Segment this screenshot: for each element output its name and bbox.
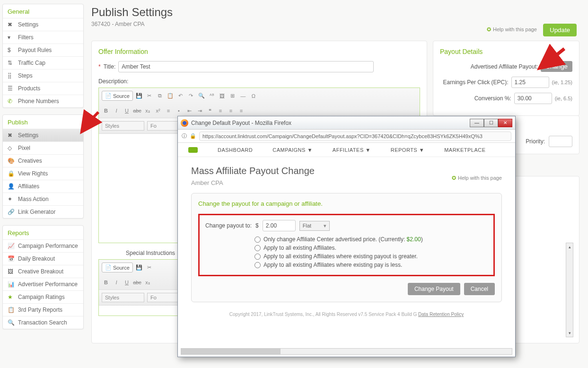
- sidebar-item-view-rights[interactable]: 🔒View Rights: [3, 167, 83, 180]
- sidebar-item-campaign-ratings[interactable]: ★Campaign Ratings: [3, 290, 83, 303]
- payout-type-select[interactable]: Flat: [299, 221, 330, 231]
- strike-icon[interactable]: abc: [133, 278, 141, 287]
- sub-icon[interactable]: x₂: [143, 278, 152, 287]
- sidebar-item-campaign-performance[interactable]: 📈Campaign Performance: [3, 239, 83, 252]
- update-button[interactable]: Update: [543, 24, 577, 36]
- underline-icon[interactable]: U: [123, 278, 131, 287]
- italic-icon[interactable]: I: [112, 278, 121, 287]
- sidebar-item-creative-breakout[interactable]: 🖼Creative Breakout: [3, 265, 83, 278]
- image-icon[interactable]: 🖼: [218, 92, 227, 100]
- omega-icon[interactable]: Ω: [249, 92, 258, 100]
- align-right-icon[interactable]: ≡: [237, 106, 246, 115]
- nav-campaigns[interactable]: CAMPAIGNS ▼: [272, 147, 313, 153]
- sidebar-item-advertiser-performance[interactable]: 📊Advertiser Performance: [3, 278, 83, 290]
- sidebar-item-label: Payout Rules: [18, 47, 52, 53]
- maximize-button[interactable]: ☐: [484, 119, 498, 127]
- help-link[interactable]: Help with this page: [487, 26, 537, 33]
- quote-icon[interactable]: ❝: [206, 106, 214, 115]
- report-icon: 📋: [8, 307, 14, 313]
- conversion-input[interactable]: [514, 93, 552, 104]
- minimize-button[interactable]: —: [470, 119, 484, 127]
- indent-icon[interactable]: ⇥: [195, 106, 204, 115]
- list-ol-icon[interactable]: ≡: [164, 106, 173, 115]
- undo-icon[interactable]: ↶: [176, 92, 185, 100]
- scrollbar-horizontal[interactable]: [181, 348, 512, 355]
- sidebar-item-mass-action[interactable]: ✦Mass Action: [3, 193, 83, 205]
- epc-input[interactable]: [511, 77, 549, 88]
- sidebar-item-traffic-cap[interactable]: ⇅Traffic Cap: [3, 56, 83, 69]
- styles-dropdown[interactable]: Styles: [102, 121, 144, 131]
- radio-apply-less[interactable]: [255, 262, 261, 268]
- sidebar-group-general: General ✖Settings ▾Filters $Payout Rules…: [2, 4, 84, 108]
- cut-icon[interactable]: ✂: [145, 92, 154, 100]
- bold-icon[interactable]: B: [102, 278, 110, 287]
- spellcheck-icon[interactable]: ᴬᴮ: [208, 92, 216, 100]
- products-icon: ☰: [8, 85, 14, 92]
- money-icon: $: [8, 47, 14, 53]
- align-left-icon[interactable]: ≡: [216, 106, 225, 115]
- radio-apply-all[interactable]: [255, 245, 261, 251]
- bold-icon[interactable]: B: [102, 106, 110, 115]
- sidebar-item-label: Phone Numbers: [18, 98, 59, 105]
- hr-icon[interactable]: —: [239, 92, 247, 100]
- brand-logo[interactable]: [188, 147, 198, 153]
- nav-dashboard[interactable]: DASHBOARD: [218, 147, 253, 153]
- paste-icon[interactable]: 📋: [166, 92, 175, 100]
- sidebar-item-label: Campaign Performance: [18, 243, 78, 249]
- data-retention-link[interactable]: Data Retention Policy: [418, 312, 464, 317]
- find-icon[interactable]: 🔍: [197, 92, 206, 100]
- scrollbar-vertical[interactable]: ▴▾: [566, 243, 573, 337]
- styles-dropdown[interactable]: Styles: [102, 293, 144, 302]
- priority-input[interactable]: [549, 136, 572, 147]
- sidebar-item-products[interactable]: ☰Products: [3, 82, 83, 95]
- source-button[interactable]: 📄Source: [102, 263, 133, 272]
- save-icon[interactable]: 💾: [135, 263, 143, 272]
- help-link[interactable]: Help with this page: [452, 175, 502, 181]
- nav-affiliates[interactable]: AFFILIATES ▼: [333, 147, 371, 153]
- cut-icon[interactable]: ✂: [145, 263, 154, 272]
- sidebar-item-pixel[interactable]: ◇Pixel: [3, 141, 83, 154]
- list-ul-icon[interactable]: •: [175, 106, 183, 115]
- strike-icon[interactable]: abc: [133, 106, 141, 115]
- sidebar-item-label: Affiliates: [18, 183, 39, 190]
- popup-titlebar[interactable]: Change Default Payout - Mozilla Firefox …: [178, 116, 515, 130]
- nav-marketplace[interactable]: MARKETPLACE: [444, 147, 485, 153]
- redo-icon[interactable]: ↷: [187, 92, 195, 100]
- outdent-icon[interactable]: ⇤: [185, 106, 193, 115]
- info-icon[interactable]: ⓘ: [182, 132, 187, 140]
- sidebar-group-reports: Reports 📈Campaign Performance 📅Daily Bre…: [2, 225, 84, 329]
- change-payout-button[interactable]: Change Payout: [408, 283, 460, 295]
- radio-apply-greater[interactable]: [255, 254, 261, 260]
- underline-icon[interactable]: U: [123, 106, 131, 115]
- sup-icon[interactable]: x²: [154, 106, 162, 115]
- sidebar-item-phone-numbers[interactable]: ✆Phone Numbers: [3, 95, 83, 107]
- nav-reports[interactable]: REPORTS ▼: [391, 147, 424, 153]
- save-icon[interactable]: 💾: [135, 92, 143, 100]
- title-input[interactable]: [118, 61, 374, 72]
- sidebar-header-general: General: [3, 4, 83, 18]
- sidebar-item-filters[interactable]: ▾Filters: [3, 31, 83, 44]
- sidebar-item-creatives[interactable]: 🎨Creatives: [3, 154, 83, 167]
- italic-icon[interactable]: I: [112, 106, 121, 115]
- sub-icon[interactable]: x₂: [143, 106, 152, 115]
- payout-amount-input[interactable]: [263, 220, 296, 231]
- sidebar-item-steps[interactable]: ⣿Steps: [3, 69, 83, 82]
- sidebar-item-transaction-search[interactable]: 🔍Transaction Search: [3, 316, 83, 329]
- source-button[interactable]: 📄Source: [102, 91, 133, 101]
- close-button[interactable]: ✕: [498, 119, 512, 127]
- url-display[interactable]: https://account.linktrust.com/Campaign/C…: [199, 131, 511, 141]
- change-button[interactable]: Change: [541, 61, 572, 72]
- copy-icon[interactable]: ⧉: [156, 92, 164, 100]
- align-center-icon[interactable]: ≡: [227, 106, 235, 115]
- sidebar-item-3rd-party-reports[interactable]: 📋3rd Party Reports: [3, 303, 83, 316]
- sidebar-item-daily-breakout[interactable]: 📅Daily Breakout: [3, 252, 83, 265]
- radio-only-change-advertised[interactable]: [255, 237, 261, 243]
- sidebar-item-affiliates[interactable]: 👤Affiliates: [3, 180, 83, 193]
- table-icon[interactable]: ⊞: [228, 92, 237, 100]
- sidebar-item-publish-settings[interactable]: ✖Settings: [3, 129, 83, 141]
- radio-label: Only change Affiliate Center advertised …: [263, 236, 423, 243]
- sidebar-item-settings[interactable]: ✖Settings: [3, 18, 83, 31]
- sidebar-item-payout-rules[interactable]: $Payout Rules: [3, 44, 83, 56]
- sidebar-item-link-generator[interactable]: 🔗Link Generator: [3, 205, 83, 218]
- cancel-button[interactable]: Cancel: [464, 283, 495, 295]
